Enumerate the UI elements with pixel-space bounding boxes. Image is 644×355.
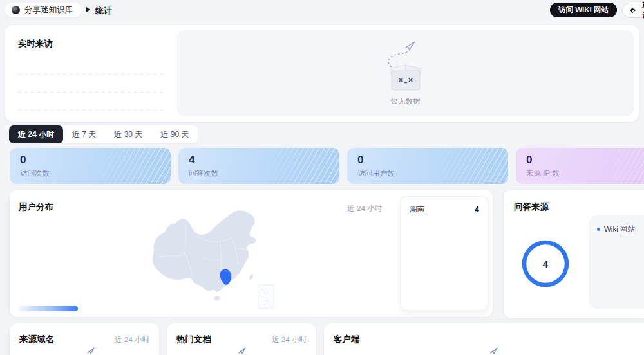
time-range-tabs: 近 24 小时 近 7 天 近 30 天 近 90 天 <box>9 125 198 143</box>
tab-last-24h[interactable]: 近 24 小时 <box>9 125 63 143</box>
gear-icon <box>630 6 636 15</box>
qa-source-panel: 问答来源 4 Wiki 网站 <box>504 190 644 318</box>
stat-label: 访问用户数 <box>357 168 498 178</box>
workspace-breadcrumb[interactable]: 分享迷知识库 <box>5 3 82 17</box>
source-domain-period: 近 24 小时 <box>115 335 149 345</box>
realtime-visits-title: 实时来访 <box>18 38 53 50</box>
qa-source-legend: Wiki 网站 <box>589 215 644 309</box>
empty-plane-icon <box>238 347 247 354</box>
topbar: 分享迷知识库 统计 访问 WIKI 网站 系统设置 <box>0 0 644 21</box>
realtime-visits-panel: 实时来访 暂无数据 <box>5 25 639 122</box>
tab-last-30d[interactable]: 近 30 天 <box>105 125 151 143</box>
region-row: 湖南 4 <box>410 205 479 214</box>
legend-label: Wiki 网站 <box>604 224 635 234</box>
legend-item-wiki[interactable]: Wiki 网站 <box>597 224 644 234</box>
empty-plane-icon <box>86 347 95 354</box>
stat-card-qa-count: 4 问答次数 <box>178 148 339 184</box>
client-title: 客户端 <box>334 334 360 345</box>
map-inset-south-china-sea <box>258 285 274 308</box>
region-value: 4 <box>475 205 479 214</box>
stat-card-visit-users: 0 访问用户数 <box>347 148 508 184</box>
region-name: 湖南 <box>410 205 424 214</box>
chart-gridline <box>18 74 165 75</box>
hot-documents-period: 近 24 小时 <box>272 335 307 345</box>
caret-right-icon <box>86 7 90 12</box>
workspace-name: 分享迷知识库 <box>24 5 73 15</box>
client-panel: 客户端 <box>324 323 644 355</box>
stat-label: 访问次数 <box>20 168 160 178</box>
realtime-empty-state: 暂无数据 <box>177 30 634 116</box>
user-distribution-title: 用户分布 <box>19 201 53 213</box>
settings-button[interactable]: 系统设置 <box>622 3 644 18</box>
user-distribution-panel: 用户分布 近 24 小时 湖南 4 <box>10 190 493 317</box>
tab-last-7d[interactable]: 近 7 天 <box>63 125 105 143</box>
map-heat-legend <box>18 306 78 311</box>
source-domain-panel: 来源域名 近 24 小时 <box>10 323 159 355</box>
hot-documents-title: 热门文档 <box>176 334 211 345</box>
source-domain-title: 来源域名 <box>19 334 54 345</box>
stat-card-source-ip: 0 来源 IP 数 <box>516 148 644 184</box>
stat-value: 0 <box>526 154 644 167</box>
stat-card-visits: 0 访问次数 <box>10 148 171 184</box>
stat-value: 0 <box>357 154 498 167</box>
stat-label: 问答次数 <box>189 168 329 178</box>
china-map[interactable] <box>132 204 288 311</box>
legend-dot-icon <box>597 228 600 231</box>
empty-plane-icon <box>489 347 498 354</box>
stat-value: 0 <box>20 154 160 167</box>
empty-box-icon <box>370 41 442 95</box>
stat-label: 来源 IP 数 <box>526 168 644 178</box>
chart-gridline <box>18 110 165 111</box>
chart-gridline <box>18 92 165 93</box>
stat-value: 4 <box>189 154 329 167</box>
empty-state-text: 暂无数据 <box>391 96 421 106</box>
settings-button-label: 系统设置 <box>639 1 644 20</box>
page-title: 统计 <box>95 5 112 17</box>
qa-source-total: 4 <box>521 239 570 288</box>
workspace-logo-icon <box>12 6 20 14</box>
tab-last-90d[interactable]: 近 90 天 <box>151 125 198 143</box>
qa-source-title: 问答来源 <box>514 201 549 213</box>
user-distribution-period: 近 24 小时 <box>347 204 382 214</box>
region-ranking-card: 湖南 4 <box>401 196 488 311</box>
visit-wiki-button[interactable]: 访问 WIKI 网站 <box>550 3 617 17</box>
hot-documents-panel: 热门文档 近 24 小时 <box>167 323 316 355</box>
